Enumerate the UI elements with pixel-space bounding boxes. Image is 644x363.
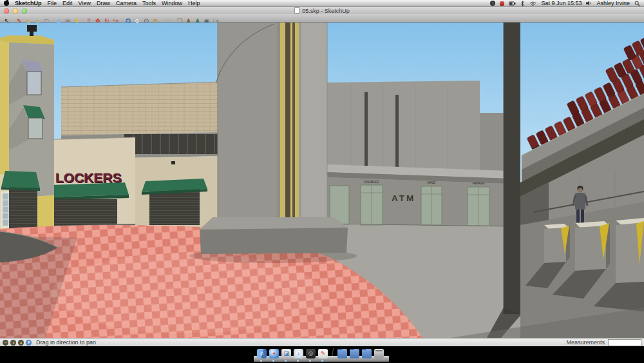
dock-media-app-icon[interactable]: ◎ xyxy=(306,349,316,358)
tool-make-component[interactable]: ❏ xyxy=(175,14,184,23)
menu-tools[interactable]: Tools xyxy=(142,0,156,7)
tool-circle[interactable]: ● xyxy=(33,14,42,23)
atm-wall: DISABLED MALE FEMALE ATM xyxy=(325,164,510,226)
menu-camera[interactable]: Camera xyxy=(116,0,137,7)
desktop-screen: SketchUp File Edit View Draw Camera Tool… xyxy=(0,0,644,363)
tool-pan[interactable]: ✥ xyxy=(133,14,142,23)
left-awning xyxy=(1,171,40,191)
turnstile-1 xyxy=(544,224,570,263)
window-title-bar[interactable]: 05.skp - SketchUp xyxy=(0,7,644,14)
door-label-disabled: DISABLED xyxy=(365,181,379,184)
dock-preview-icon[interactable]: ◪ xyxy=(281,349,291,358)
tool-select[interactable]: ↖ xyxy=(3,14,12,23)
running-indicator xyxy=(309,360,311,362)
tool-arc[interactable]: ◠ xyxy=(42,14,51,23)
tool-line[interactable]: ✎ xyxy=(15,14,24,23)
battery-icon[interactable] xyxy=(509,1,516,6)
app-status-icon[interactable] xyxy=(490,1,495,6)
tool-tape-measure[interactable]: ▣ xyxy=(63,14,72,23)
column-pedestal xyxy=(200,217,348,254)
window-band xyxy=(124,134,222,154)
tool-zoom[interactable]: ⊙ xyxy=(142,14,151,23)
menu-window[interactable]: Window xyxy=(162,0,182,7)
dock-safari-icon[interactable]: ✦ xyxy=(269,349,279,358)
apple-menu-icon[interactable] xyxy=(4,1,9,6)
running-indicator xyxy=(321,360,323,362)
lockers-sign: LOCKERS xyxy=(55,170,122,185)
door-label-male: MALE xyxy=(428,181,435,184)
structure-column xyxy=(504,23,520,314)
tool-position-camera[interactable]: ♟ xyxy=(184,14,193,23)
screen-recording-icon[interactable] xyxy=(500,1,504,6)
turnstile-3 xyxy=(616,218,644,283)
atm-sign: ATM xyxy=(392,193,415,203)
tool-rotate[interactable]: ↻ xyxy=(102,14,111,23)
menu-file[interactable]: File xyxy=(48,0,57,7)
tool-offset[interactable]: ↪ xyxy=(111,14,120,23)
status-hint: Drag in direction to pan xyxy=(36,338,96,347)
tool-palette: ↖ ✎ ■ ● ◠ ◆ ▣ ▼ ⇧ ✥ ↻ ↪ ✪ ✥ ⊙ ⊕ ↶ ❏ ♟ ♟ … xyxy=(0,14,644,23)
status-bar: ◔ ◑ ◕ ? Drag in direction to pan Measure… xyxy=(0,338,644,346)
spotlight-icon[interactable] xyxy=(634,1,640,6)
door-label-female: FEMALE xyxy=(473,182,484,185)
dock-folder-icon-1[interactable] xyxy=(337,349,347,358)
menu-view[interactable]: View xyxy=(79,0,91,7)
dock-separator xyxy=(332,348,334,358)
running-indicator xyxy=(260,360,262,362)
running-indicator xyxy=(272,360,274,362)
column-stripes xyxy=(277,23,301,220)
document-icon xyxy=(294,7,299,14)
turnstile-2 xyxy=(575,221,610,271)
running-indicator xyxy=(297,360,299,362)
measurements-input[interactable] xyxy=(608,339,641,346)
tool-push-pull[interactable]: ⇧ xyxy=(84,14,93,23)
tool-paint-bucket[interactable]: ▼ xyxy=(72,14,81,23)
menu-draw[interactable]: Draw xyxy=(97,0,110,7)
wifi-icon[interactable] xyxy=(529,1,536,6)
menu-clock[interactable]: Sat 9 Jun 15:53 xyxy=(541,0,582,7)
measurements-label: Measurements xyxy=(566,339,605,346)
hint-icon-3[interactable]: ◕ xyxy=(18,340,24,346)
dock-itunes-icon[interactable]: ♪ xyxy=(294,349,303,358)
menu-bar: SketchUp File Edit View Draw Camera Tool… xyxy=(0,0,644,7)
tool-look-around[interactable]: ◉ xyxy=(202,14,211,23)
menu-help[interactable]: Help xyxy=(188,0,200,7)
tool-previous[interactable]: ↶ xyxy=(163,14,172,23)
left-roller-shutter xyxy=(9,186,37,230)
tool-eraser[interactable]: ◆ xyxy=(54,14,63,23)
menu-edit[interactable]: Edit xyxy=(62,0,73,7)
dock-finder-icon[interactable]: ☺ xyxy=(257,349,267,358)
tool-rectangle[interactable]: ■ xyxy=(24,14,33,23)
tool-zoom-extents[interactable]: ⊕ xyxy=(151,14,160,23)
dock: ☺ ✦ ◪ ♪ ◎ ✎ xyxy=(257,348,384,358)
hint-icon-1[interactable]: ◔ xyxy=(3,340,8,346)
tool-orbit[interactable]: ✪ xyxy=(124,14,133,23)
tool-walk[interactable]: ♟ xyxy=(193,14,202,23)
tool-move[interactable]: ✥ xyxy=(93,14,102,23)
user-menu[interactable]: Ashley Irvine xyxy=(596,0,630,7)
upper-window-1 xyxy=(27,72,41,95)
dock-trash-icon[interactable] xyxy=(374,349,384,358)
viewport-canvas[interactable]: DISABLED MALE FEMALE ATM LOCKERS LOCKERS xyxy=(0,23,644,338)
help-icon[interactable]: ? xyxy=(26,340,32,346)
desktop-strip: ☺ ✦ ◪ ♪ ◎ ✎ xyxy=(0,346,644,363)
hint-icon-2[interactable]: ◑ xyxy=(10,340,16,346)
dock-folder-icon-2[interactable] xyxy=(350,349,359,358)
upper-window-2 xyxy=(28,118,43,139)
menu-sketchup[interactable]: SketchUp xyxy=(15,0,42,7)
tool-section-plane[interactable]: ◪ xyxy=(211,14,220,23)
dock-sketchup-icon[interactable]: ✎ xyxy=(318,349,328,358)
running-indicator xyxy=(285,360,287,362)
dock-folder-icon-3[interactable] xyxy=(362,349,372,358)
bluetooth-icon[interactable] xyxy=(520,1,525,6)
security-camera-2 xyxy=(171,161,175,164)
volume-icon[interactable] xyxy=(586,1,592,6)
